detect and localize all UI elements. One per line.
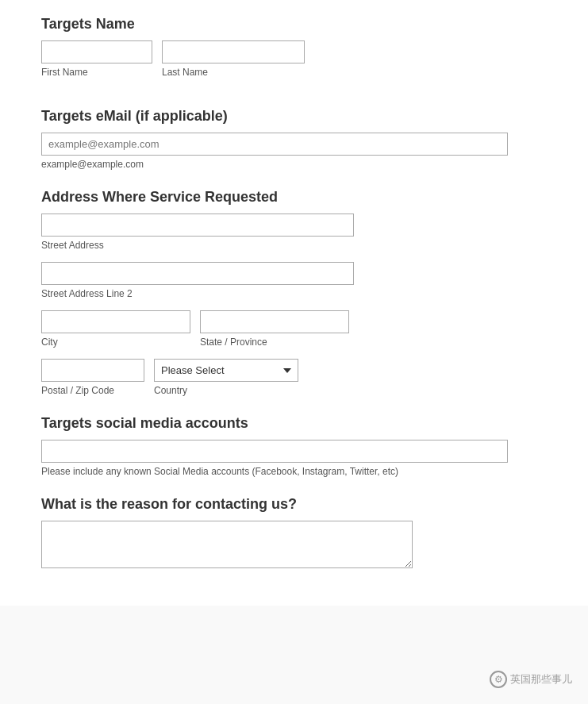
- address-section: Address Where Service Requested Street A…: [41, 189, 547, 396]
- address-title: Address Where Service Requested: [41, 189, 547, 206]
- street-address-input[interactable]: [41, 214, 354, 237]
- city-input[interactable]: [41, 310, 190, 333]
- targets-name-title: Targets Name: [41, 16, 547, 33]
- state-input[interactable]: [200, 310, 349, 333]
- state-label: State / Province: [200, 337, 349, 348]
- targets-name-section: Targets Name First Name Last Name: [41, 16, 547, 89]
- social-media-helper: Please include any known Social Media ac…: [41, 466, 547, 477]
- street2-label: Street Address Line 2: [41, 288, 547, 299]
- watermark-text: 英国那些事儿: [510, 672, 572, 687]
- postal-input[interactable]: [41, 359, 144, 382]
- targets-email-section: Targets eMail (if applicable) example@ex…: [41, 108, 547, 170]
- email-input[interactable]: [41, 133, 508, 156]
- social-media-title: Targets social media accounts: [41, 415, 547, 432]
- country-select[interactable]: Please Select United States Canada Unite…: [154, 359, 298, 382]
- last-name-label: Last Name: [162, 67, 305, 78]
- form-container: Targets Name First Name Last Name Target…: [0, 0, 588, 606]
- postal-label: Postal / Zip Code: [41, 385, 144, 396]
- last-name-input[interactable]: [162, 40, 305, 63]
- social-media-input[interactable]: [41, 440, 508, 463]
- country-label: Country: [154, 385, 298, 396]
- street-label: Street Address: [41, 240, 547, 251]
- city-label: City: [41, 337, 190, 348]
- street-address2-input[interactable]: [41, 262, 354, 285]
- reason-textarea[interactable]: [41, 521, 413, 568]
- social-media-section: Targets social media accounts Please inc…: [41, 415, 547, 477]
- reason-title: What is the reason for contacting us?: [41, 496, 547, 513]
- reason-section: What is the reason for contacting us?: [41, 496, 547, 571]
- watermark-icon: [490, 671, 507, 688]
- watermark: 英国那些事儿: [490, 671, 572, 688]
- targets-email-title: Targets eMail (if applicable): [41, 108, 547, 125]
- email-label: example@example.com: [41, 159, 547, 170]
- first-name-input[interactable]: [41, 40, 152, 63]
- first-name-label: First Name: [41, 67, 152, 78]
